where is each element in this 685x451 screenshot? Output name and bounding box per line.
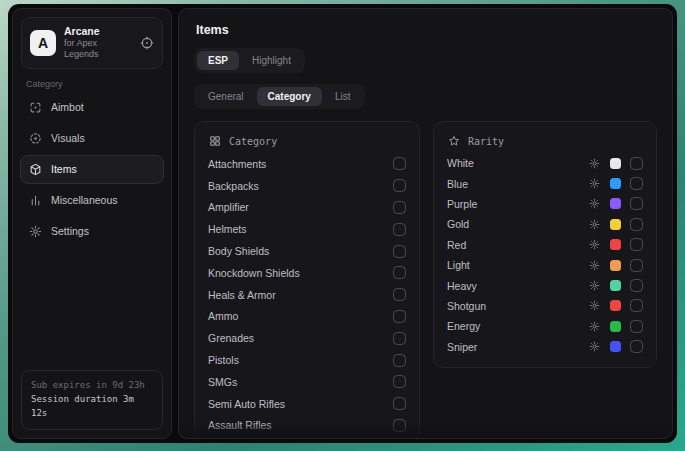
checkbox[interactable] bbox=[393, 157, 406, 170]
category-row[interactable]: Body Shields bbox=[208, 240, 406, 262]
category-row[interactable]: LMGs bbox=[208, 436, 406, 439]
gear-icon[interactable] bbox=[589, 280, 600, 291]
rarity-list: White Blue Purple bbox=[447, 153, 643, 357]
category-label: Amplifier bbox=[208, 201, 249, 213]
color-swatch[interactable] bbox=[610, 341, 621, 352]
checkbox[interactable] bbox=[393, 245, 406, 258]
category-row[interactable]: Amplifier bbox=[208, 197, 406, 219]
category-row[interactable]: Pistols bbox=[208, 349, 406, 371]
sidebar-section-label: Category bbox=[26, 79, 161, 89]
sidebar: A Arcane for Apex Legends Category bbox=[12, 8, 172, 439]
category-label: Backpacks bbox=[208, 180, 259, 192]
checkbox[interactable] bbox=[393, 179, 406, 192]
category-label: Knockdown Shields bbox=[208, 267, 300, 279]
checkbox[interactable] bbox=[630, 238, 643, 251]
mode-highlight[interactable]: Highlight bbox=[241, 51, 302, 70]
rarity-row[interactable]: Gold bbox=[447, 214, 643, 234]
rarity-row[interactable]: Shotgun bbox=[447, 296, 643, 316]
category-row[interactable]: Attachments bbox=[208, 153, 406, 175]
rarity-row[interactable]: Light bbox=[447, 255, 643, 275]
mode-esp[interactable]: ESP bbox=[197, 51, 239, 70]
rarity-label: Blue bbox=[447, 178, 589, 190]
category-label: Heals & Armor bbox=[208, 289, 276, 301]
sidebar-item-visuals[interactable]: Visuals bbox=[20, 124, 164, 153]
gear-icon[interactable] bbox=[589, 178, 600, 189]
color-swatch[interactable] bbox=[610, 239, 621, 250]
rarity-panel: Rarity White Blue Purple bbox=[433, 121, 657, 368]
category-row[interactable]: Grenades bbox=[208, 327, 406, 349]
category-row[interactable]: Backpacks bbox=[208, 175, 406, 197]
app-logo: A bbox=[30, 30, 56, 56]
gear-icon[interactable] bbox=[589, 198, 600, 209]
session-duration-text: Session duration 3m 12s bbox=[31, 393, 153, 421]
category-row[interactable]: SMGs bbox=[208, 371, 406, 393]
checkbox[interactable] bbox=[393, 375, 406, 388]
checkbox[interactable] bbox=[630, 218, 643, 231]
rarity-label: Gold bbox=[447, 218, 589, 230]
rarity-row[interactable]: Blue bbox=[447, 173, 643, 193]
gear-icon[interactable] bbox=[589, 219, 600, 230]
sidebar-item-label: Miscellaneous bbox=[51, 194, 118, 206]
focus-eye-icon bbox=[29, 132, 42, 145]
gear-icon[interactable] bbox=[589, 260, 600, 271]
category-row[interactable]: Knockdown Shields bbox=[208, 262, 406, 284]
category-label: Semi Auto Rifles bbox=[208, 398, 285, 410]
checkbox[interactable] bbox=[393, 223, 406, 236]
tab-general[interactable]: General bbox=[197, 87, 255, 106]
rarity-row[interactable]: Sniper bbox=[447, 337, 643, 357]
rarity-row[interactable]: Energy bbox=[447, 316, 643, 336]
checkbox[interactable] bbox=[393, 288, 406, 301]
color-swatch[interactable] bbox=[610, 198, 621, 209]
color-swatch[interactable] bbox=[610, 158, 621, 169]
target-icon[interactable] bbox=[140, 36, 154, 50]
checkbox[interactable] bbox=[393, 266, 406, 279]
category-row[interactable]: Semi Auto Rifles bbox=[208, 393, 406, 415]
category-label: SMGs bbox=[208, 376, 237, 388]
rarity-row[interactable]: Heavy bbox=[447, 275, 643, 295]
tab-list[interactable]: List bbox=[324, 87, 362, 106]
color-swatch[interactable] bbox=[610, 219, 621, 230]
gear-icon[interactable] bbox=[589, 321, 600, 332]
checkbox[interactable] bbox=[630, 299, 643, 312]
category-row[interactable]: Helmets bbox=[208, 218, 406, 240]
checkbox[interactable] bbox=[630, 259, 643, 272]
rarity-row[interactable]: Red bbox=[447, 235, 643, 255]
color-swatch[interactable] bbox=[610, 178, 621, 189]
color-swatch[interactable] bbox=[610, 280, 621, 291]
sidebar-item-miscellaneous[interactable]: Miscellaneous bbox=[20, 186, 164, 215]
checkbox[interactable] bbox=[630, 340, 643, 353]
checkbox[interactable] bbox=[630, 177, 643, 190]
checkbox[interactable] bbox=[393, 201, 406, 214]
category-panel-title: Category bbox=[229, 136, 277, 147]
rarity-row[interactable]: White bbox=[447, 153, 643, 173]
gear-icon[interactable] bbox=[589, 341, 600, 352]
checkbox[interactable] bbox=[630, 279, 643, 292]
category-row[interactable]: Ammo bbox=[208, 306, 406, 328]
sidebar-item-items[interactable]: Items bbox=[20, 155, 164, 184]
checkbox[interactable] bbox=[393, 397, 406, 410]
checkbox[interactable] bbox=[393, 419, 406, 432]
rarity-row[interactable]: Purple bbox=[447, 194, 643, 214]
color-swatch[interactable] bbox=[610, 260, 621, 271]
gear-icon[interactable] bbox=[589, 239, 600, 250]
sidebar-nav: Aimbot Visuals Items bbox=[13, 93, 171, 246]
checkbox[interactable] bbox=[630, 320, 643, 333]
sidebar-item-label: Settings bbox=[51, 225, 89, 237]
gear-icon[interactable] bbox=[589, 300, 600, 311]
checkbox[interactable] bbox=[393, 332, 406, 345]
tab-category[interactable]: Category bbox=[257, 87, 322, 106]
color-swatch[interactable] bbox=[610, 300, 621, 311]
checkbox[interactable] bbox=[630, 157, 643, 170]
rarity-panel-title: Rarity bbox=[468, 136, 504, 147]
app-titles: Arcane for Apex Legends bbox=[64, 25, 132, 61]
checkbox[interactable] bbox=[630, 197, 643, 210]
checkbox[interactable] bbox=[393, 354, 406, 367]
category-row[interactable]: Assault Rifles bbox=[208, 415, 406, 437]
checkbox[interactable] bbox=[393, 310, 406, 323]
category-row[interactable]: Heals & Armor bbox=[208, 284, 406, 306]
gear-icon[interactable] bbox=[589, 158, 600, 169]
color-swatch[interactable] bbox=[610, 321, 621, 332]
sidebar-item-settings[interactable]: Settings bbox=[20, 217, 164, 246]
app-window: A Arcane for Apex Legends Category bbox=[8, 4, 677, 443]
sidebar-item-aimbot[interactable]: Aimbot bbox=[20, 93, 164, 122]
